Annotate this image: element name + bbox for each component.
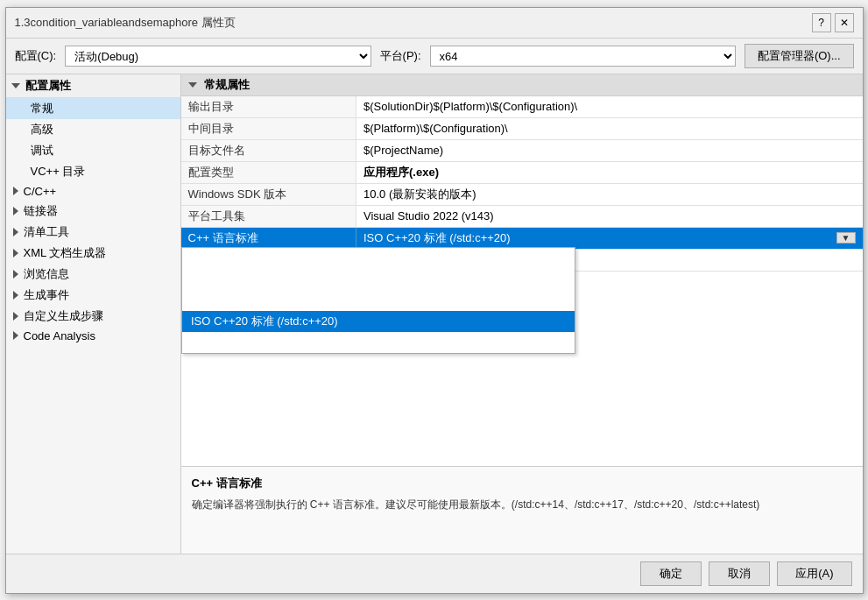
prop-row-sdk-version[interactable]: Windows SDK 版本10.0 (最新安装的版本) bbox=[181, 183, 863, 205]
sidebar-item-label-code-analysis: Code Analysis bbox=[24, 329, 95, 342]
config-manager-button[interactable]: 配置管理器(O)... bbox=[745, 44, 854, 68]
sidebar: 配置属性 常规高级调试VC++ 目录C/C++链接器清单工具XML 文档生成器浏… bbox=[6, 74, 181, 554]
props-section-label: 常规属性 bbox=[204, 77, 250, 93]
dropdown-option-cpp20[interactable]: ISO C++20 标准 (/std:c++20) bbox=[182, 311, 575, 332]
sidebar-section-label: 配置属性 bbox=[25, 78, 71, 94]
sidebar-item-label-manifest: 清单工具 bbox=[24, 224, 69, 240]
expand-icon-events bbox=[13, 291, 18, 300]
desc-text: 确定编译器将强制执行的 C++ 语言标准。建议尽可能使用最新版本。(/std:c… bbox=[192, 497, 852, 512]
config-select-wrap: 活动(Debug) bbox=[65, 46, 370, 67]
prop-name-sdk-version: Windows SDK 版本 bbox=[181, 183, 356, 205]
dropdown-option-latest[interactable]: 预览 - 最新 C++ 工作草案中的功能 (/std:c++latest) bbox=[182, 332, 575, 353]
prop-value-text-cpp-standard: ISO C++20 标准 (/std:c++20) bbox=[363, 230, 511, 246]
prop-value-sdk-version: 10.0 (最新安装的版本) bbox=[356, 183, 863, 205]
sidebar-item-label-xml: XML 文档生成器 bbox=[24, 245, 107, 261]
sidebar-group-cpp[interactable]: C/C++ bbox=[6, 182, 180, 201]
expand-icon-manifest bbox=[13, 228, 18, 236]
props-area: 常规属性 输出目录$(SolutionDir)$(Platform)\$(Con… bbox=[181, 74, 863, 466]
prop-value-config-type: 应用程序(.exe) bbox=[356, 161, 863, 183]
sidebar-group-browse[interactable]: 浏览信息 bbox=[6, 264, 180, 285]
prop-name-intermediate-dir: 中间目录 bbox=[181, 117, 356, 139]
config-label: 配置(C): bbox=[15, 48, 57, 64]
sidebar-item-label-cpp: C/C++ bbox=[24, 185, 57, 198]
sidebar-items-container: 常规高级调试VC++ 目录C/C++链接器清单工具XML 文档生成器浏览信息生成… bbox=[6, 98, 180, 345]
apply-button[interactable]: 应用(A) bbox=[777, 561, 851, 586]
cancel-button[interactable]: 取消 bbox=[709, 561, 770, 586]
prop-row-platform-toolset[interactable]: 平台工具集Visual Studio 2022 (v143) bbox=[181, 205, 863, 227]
sidebar-item-label-advanced: 高级 bbox=[31, 122, 53, 138]
prop-value-output-dir: $(SolutionDir)$(Platform)\$(Configuratio… bbox=[356, 96, 863, 118]
expand-icon-linker bbox=[13, 207, 18, 215]
sidebar-group-xml[interactable]: XML 文档生成器 bbox=[6, 243, 180, 264]
sidebar-item-label-browse: 浏览信息 bbox=[24, 266, 69, 282]
prop-name-platform-toolset: 平台工具集 bbox=[181, 205, 356, 227]
config-row: 配置(C): 活动(Debug) 平台(P): x64 配置管理器(O)... bbox=[6, 39, 863, 74]
section-expand-icon bbox=[11, 83, 20, 88]
prop-row-output-dir[interactable]: 输出目录$(SolutionDir)$(Platform)\$(Configur… bbox=[181, 96, 863, 118]
property-dialog: 1.3condition_variableandsemaphore 属性页 ? … bbox=[5, 7, 864, 594]
props-section-header: 常规属性 bbox=[181, 74, 863, 96]
dropdown-option-default[interactable]: 默认(ISO C++14 标准) bbox=[182, 248, 575, 269]
expand-icon-cpp bbox=[13, 187, 18, 195]
prop-row-config-type[interactable]: 配置类型应用程序(.exe) bbox=[181, 161, 863, 183]
title-controls: ? ✕ bbox=[812, 13, 854, 32]
platform-select-wrap: x64 bbox=[430, 46, 736, 67]
title-bar: 1.3condition_variableandsemaphore 属性页 ? … bbox=[6, 8, 863, 39]
dropdown-popup: 默认(ISO C++14 标准)ISO C++14 标准 (/std:c++14… bbox=[181, 247, 575, 354]
prop-value-cpp-standard[interactable]: ISO C++20 标准 (/std:c++20)▼默认(ISO C++14 标… bbox=[356, 227, 863, 249]
prop-row-target-name[interactable]: 目标文件名$(ProjectName) bbox=[181, 139, 863, 161]
right-panel: 常规属性 输出目录$(SolutionDir)$(Platform)\$(Con… bbox=[181, 74, 863, 554]
prop-value-intermediate-dir: $(Platform)\$(Configuration)\ bbox=[356, 117, 863, 139]
platform-label: 平台(P): bbox=[380, 48, 421, 64]
dropdown-option-cpp17[interactable]: ISO C++17 标准 (/std:c++17) bbox=[182, 290, 575, 311]
prop-name-output-dir: 输出目录 bbox=[181, 96, 356, 118]
platform-select[interactable]: x64 bbox=[430, 46, 736, 67]
sidebar-group-custom[interactable]: 自定义生成步骤 bbox=[6, 306, 180, 327]
prop-row-intermediate-dir[interactable]: 中间目录$(Platform)\$(Configuration)\ bbox=[181, 117, 863, 139]
sidebar-group-code-analysis[interactable]: Code Analysis bbox=[6, 327, 180, 345]
prop-value-target-name: $(ProjectName) bbox=[356, 139, 863, 161]
sidebar-section-header: 配置属性 bbox=[6, 74, 180, 98]
sidebar-item-advanced[interactable]: 高级 bbox=[6, 119, 180, 140]
sidebar-item-label-general: 常规 bbox=[31, 101, 53, 116]
dropdown-arrow-cpp-standard[interactable]: ▼ bbox=[836, 232, 856, 244]
expand-icon-code-analysis bbox=[13, 331, 18, 340]
sidebar-group-manifest[interactable]: 清单工具 bbox=[6, 222, 180, 243]
dialog-title: 1.3condition_variableandsemaphore 属性页 bbox=[15, 15, 236, 31]
prop-row-cpp-standard[interactable]: C++ 语言标准ISO C++20 标准 (/std:c++20)▼默认(ISO… bbox=[181, 227, 863, 249]
prop-table: 输出目录$(SolutionDir)$(Platform)\$(Configur… bbox=[181, 96, 863, 272]
prop-rows-body: 输出目录$(SolutionDir)$(Platform)\$(Configur… bbox=[181, 96, 863, 272]
footer: 确定 取消 应用(A) bbox=[6, 554, 863, 593]
sidebar-item-label-linker: 链接器 bbox=[24, 203, 58, 219]
prop-name-cpp-standard: C++ 语言标准 bbox=[181, 227, 356, 249]
sidebar-item-label-debug: 调试 bbox=[31, 143, 53, 159]
sidebar-item-label-vcpp-dirs: VC++ 目录 bbox=[31, 164, 86, 180]
expand-icon-custom bbox=[13, 312, 18, 321]
prop-name-config-type: 配置类型 bbox=[181, 161, 356, 183]
prop-name-target-name: 目标文件名 bbox=[181, 139, 356, 161]
sidebar-item-general[interactable]: 常规 bbox=[6, 98, 180, 119]
prop-value-platform-toolset: Visual Studio 2022 (v143) bbox=[356, 205, 863, 227]
main-content: 配置属性 常规高级调试VC++ 目录C/C++链接器清单工具XML 文档生成器浏… bbox=[6, 74, 863, 554]
description-area: C++ 语言标准 确定编译器将强制执行的 C++ 语言标准。建议尽可能使用最新版… bbox=[181, 466, 863, 554]
config-select[interactable]: 活动(Debug) bbox=[65, 46, 370, 67]
desc-title: C++ 语言标准 bbox=[192, 476, 852, 491]
ok-button[interactable]: 确定 bbox=[640, 561, 702, 586]
sidebar-group-events[interactable]: 生成事件 bbox=[6, 285, 180, 306]
expand-icon-browse bbox=[13, 270, 18, 279]
sidebar-item-debug[interactable]: 调试 bbox=[6, 140, 180, 161]
dropdown-option-cpp14[interactable]: ISO C++14 标准 (/std:c++14) bbox=[182, 269, 575, 290]
close-button[interactable]: ✕ bbox=[835, 13, 854, 32]
sidebar-item-vcpp-dirs[interactable]: VC++ 目录 bbox=[6, 161, 180, 182]
sidebar-item-label-events: 生成事件 bbox=[24, 287, 69, 303]
props-expand-icon bbox=[188, 82, 197, 88]
expand-icon-xml bbox=[13, 249, 18, 258]
sidebar-item-label-custom: 自定义生成步骤 bbox=[24, 308, 103, 324]
sidebar-group-linker[interactable]: 链接器 bbox=[6, 201, 180, 222]
help-button[interactable]: ? bbox=[812, 13, 831, 32]
